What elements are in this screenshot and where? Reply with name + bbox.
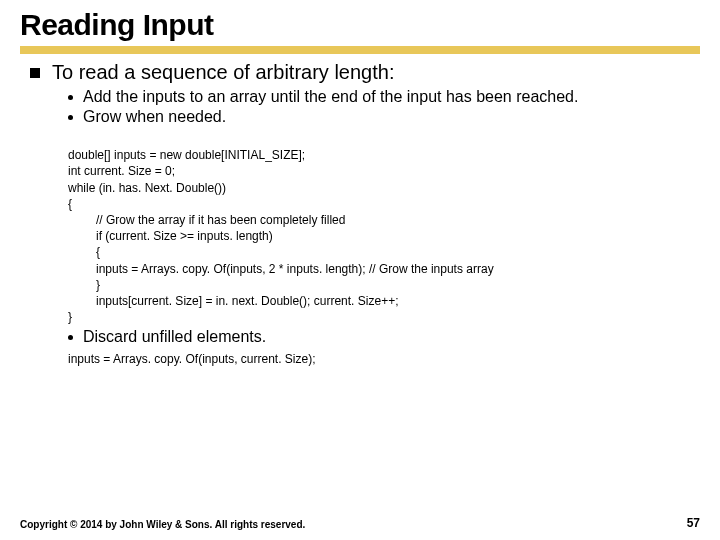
dot-bullet-icon [68, 335, 73, 340]
code-line: inputs[current. Size] = in. next. Double… [68, 294, 398, 308]
page-number: 57 [687, 516, 700, 530]
code-line: { [68, 197, 72, 211]
slide: Reading Input To read a sequence of arbi… [0, 0, 720, 367]
code-line: inputs = Arrays. copy. Of(inputs, 2 * in… [68, 262, 494, 276]
dot-bullet-icon [68, 115, 73, 120]
dot-bullet-icon [68, 95, 73, 100]
square-bullet-icon [30, 68, 40, 78]
title-underline [20, 46, 700, 54]
bullet-level2: Discard unfilled elements. [68, 327, 700, 347]
code-line: double[] inputs = new double[INITIAL_SIZ… [68, 148, 305, 162]
bullet-level2: Grow when needed. [68, 107, 700, 127]
bullet-level2: Add the inputs to an array until the end… [68, 87, 700, 107]
code-block-2: inputs = Arrays. copy. Of(inputs, curren… [68, 351, 700, 367]
code-line: while (in. has. Next. Double()) [68, 181, 226, 195]
bullet-level1: To read a sequence of arbitrary length: [30, 60, 700, 85]
code-line: { [68, 245, 100, 259]
code-block-1: double[] inputs = new double[INITIAL_SIZ… [68, 131, 700, 325]
bullet-level1-text: To read a sequence of arbitrary length: [52, 60, 394, 85]
bullet-level2-text: Discard unfilled elements. [83, 327, 266, 347]
code-line: } [68, 310, 72, 324]
code-line: int current. Size = 0; [68, 164, 175, 178]
code-line: // Grow the array if it has been complet… [68, 213, 345, 227]
code-line: inputs = Arrays. copy. Of(inputs, curren… [68, 352, 316, 366]
slide-title: Reading Input [20, 8, 700, 42]
bullet-level2-text: Grow when needed. [83, 107, 226, 127]
code-line: } [68, 278, 100, 292]
bullet-level2-text: Add the inputs to an array until the end… [83, 87, 578, 107]
copyright-text: Copyright © 2014 by John Wiley & Sons. A… [20, 519, 305, 530]
code-line: if (current. Size >= inputs. length) [68, 229, 273, 243]
